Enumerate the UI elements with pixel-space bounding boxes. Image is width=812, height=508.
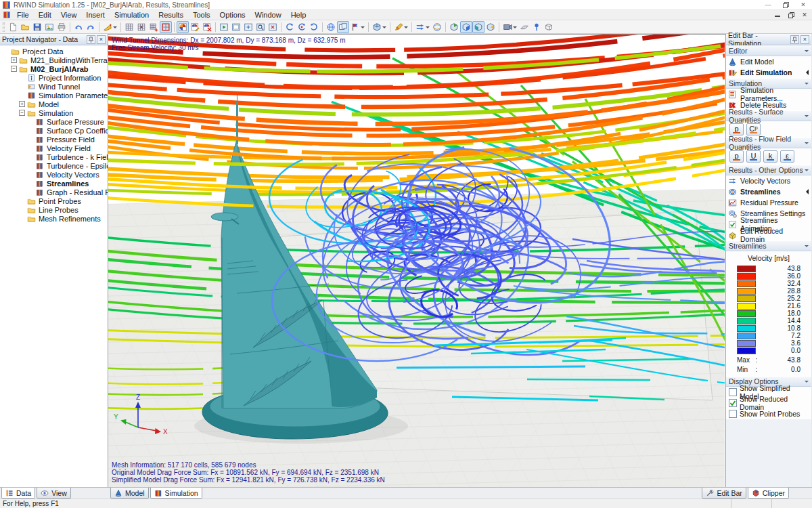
result-plane-button[interactable] xyxy=(518,21,531,33)
new-project-button[interactable] xyxy=(7,21,19,33)
pin-icon[interactable] xyxy=(790,35,799,44)
menu-file[interactable]: File xyxy=(12,10,34,20)
mesh-refinement-button[interactable] xyxy=(148,21,160,33)
tree-item-mesh-refinements[interactable]: Mesh Refinements xyxy=(1,214,108,223)
expander-minus-icon[interactable]: − xyxy=(11,66,17,72)
clip-x-button[interactable] xyxy=(448,21,460,33)
edit-bar-item-velocity-vectors[interactable]: Velocity Vectors xyxy=(726,175,811,186)
clip-z-button[interactable] xyxy=(472,21,484,33)
isometric-view-button[interactable] xyxy=(325,21,337,33)
menu-help[interactable]: Help xyxy=(286,10,311,20)
tree-item-project-information[interactable]: Project Information xyxy=(1,73,108,82)
tab-edit-bar[interactable]: Edit Bar xyxy=(702,488,746,499)
quantity-button-ε[interactable]: ε xyxy=(780,150,794,163)
clip-custom-button[interactable] xyxy=(484,21,497,33)
tree-item-streamlines[interactable]: Streamlines xyxy=(1,179,108,188)
close-icon[interactable]: × xyxy=(97,35,106,44)
menu-simulation[interactable]: Simulation xyxy=(110,10,154,20)
domain-box-button[interactable] xyxy=(543,21,555,33)
edit-model-button[interactable] xyxy=(102,21,118,33)
checkbox-unchecked[interactable] xyxy=(729,410,737,418)
section-header-results-flow-field-quantities[interactable]: Results - Flow Field Quantities xyxy=(726,137,811,148)
tree-item-simulation-parameters[interactable]: Simulation Parameters xyxy=(1,91,108,100)
tree-item-surface-pressure[interactable]: Surface Pressure xyxy=(1,117,108,126)
draw-annotation-button[interactable] xyxy=(392,21,409,33)
quantity-button-p[interactable]: p xyxy=(729,150,744,163)
tree-item-simulation[interactable]: −Simulation xyxy=(1,108,108,117)
expander-plus-icon[interactable]: + xyxy=(11,57,17,63)
tab-view[interactable]: View xyxy=(37,488,71,499)
menu-results[interactable]: Results xyxy=(154,10,188,20)
tab-simulation[interactable]: Simulation xyxy=(150,488,202,499)
quantity-button-k[interactable]: k xyxy=(763,150,777,163)
scene-3d-view[interactable]: ZXY xyxy=(108,35,725,487)
close-button[interactable]: ✕ xyxy=(794,0,812,9)
section-header-editor[interactable]: Editor xyxy=(726,45,811,56)
undo-button[interactable] xyxy=(72,21,85,33)
expander-minus-icon[interactable]: − xyxy=(19,110,25,116)
display-flags-button[interactable] xyxy=(349,21,366,33)
screenshot-button[interactable] xyxy=(43,21,55,33)
tree-item-turbulence-k-field[interactable]: Turbulence - k Field xyxy=(1,152,108,161)
wind-tunnel-button[interactable] xyxy=(177,21,189,33)
zoom-window-button[interactable] xyxy=(254,21,267,33)
tab-clipper[interactable]: Clipper xyxy=(748,488,789,499)
edit-bar-item-simulation-parameters-[interactable]: Simulation Parameters... xyxy=(726,89,811,100)
streamlines-toggle-button[interactable] xyxy=(431,21,443,33)
menu-edit[interactable]: Edit xyxy=(34,10,56,20)
expander-plus-icon[interactable]: + xyxy=(19,101,25,107)
print-button[interactable] xyxy=(55,21,68,33)
edit-bar-item-streamlines[interactable]: Streamlines xyxy=(726,186,811,197)
wind-tunnel-settings-button[interactable] xyxy=(201,21,213,33)
quantity-button-cp[interactable]: Cp xyxy=(746,123,761,135)
animation-button[interactable] xyxy=(501,21,518,33)
tab-data[interactable]: Data xyxy=(1,488,35,499)
checkbox-row-show-reduced-domain[interactable]: Show Reduced Domain xyxy=(726,398,811,408)
tree-item-wind-tunnel[interactable]: Wind Tunnel xyxy=(1,82,108,91)
tree-item-line-probes[interactable]: Line Probes xyxy=(1,205,108,214)
tree-item-pressure-field[interactable]: Pressure Field xyxy=(1,135,108,144)
checkbox-unchecked[interactable] xyxy=(729,388,737,396)
quantity-button-u[interactable]: U xyxy=(746,150,761,163)
edit-bar-item-residual-pressure[interactable]: Residual Pressure xyxy=(726,197,811,208)
tab-model[interactable]: Model xyxy=(110,488,149,499)
tree-item-m21-buildingwithterrain[interactable]: +M21_BuildingWithTerrain xyxy=(1,56,108,64)
close-icon[interactable]: × xyxy=(800,35,809,44)
tree-item-surface-cp-coefficient[interactable]: Surface Cp Coefficient xyxy=(1,126,108,135)
section-header-results-surface-quantities[interactable]: Results - Surface Quantities xyxy=(726,110,811,121)
edit-bar-item-edit-simulation[interactable]: Edit Simulation xyxy=(726,67,811,78)
open-project-button[interactable] xyxy=(19,21,31,33)
rotate-left-button[interactable] xyxy=(284,21,296,33)
section-header-results-other-options[interactable]: Results - Other Options xyxy=(726,165,811,175)
mesh-nodes-button[interactable] xyxy=(135,21,148,33)
wind-tunnel-edit-button[interactable] xyxy=(189,21,201,33)
pin-icon[interactable] xyxy=(87,35,95,44)
edit-bar-item-edit-model[interactable]: Edit Model xyxy=(726,56,811,67)
menu-options[interactable]: Options xyxy=(215,10,250,20)
menu-insert[interactable]: Insert xyxy=(81,10,110,20)
mesh-button[interactable] xyxy=(123,21,135,33)
mdi-close-button[interactable]: ✕ xyxy=(800,12,809,19)
render-mode-button[interactable] xyxy=(371,21,388,33)
save-project-button[interactable] xyxy=(31,21,43,33)
start-simulation-button[interactable] xyxy=(218,21,230,33)
toolbar-handle[interactable] xyxy=(3,22,5,32)
checkbox-checked[interactable] xyxy=(729,399,737,407)
tree-item-turbulence-epsilon-field[interactable]: Turbulence - Epsilon Field xyxy=(1,161,108,170)
mdi-restore-button[interactable] xyxy=(786,12,796,19)
tree-item-point-probes[interactable]: Point Probes xyxy=(1,196,108,205)
tree-item-graph-residual-pressure[interactable]: Graph - Residual Pressure xyxy=(1,188,108,196)
tree-item-project-data[interactable]: Project Data xyxy=(1,47,108,56)
rotate-free-button[interactable] xyxy=(296,21,308,33)
menu-view[interactable]: View xyxy=(56,10,82,20)
restore-button[interactable] xyxy=(777,0,794,9)
menu-window[interactable]: Window xyxy=(250,10,286,20)
rotate-right-button[interactable] xyxy=(308,21,320,33)
quantity-button-p[interactable]: p xyxy=(729,123,744,135)
fit-view-button[interactable] xyxy=(242,21,254,33)
menu-tools[interactable]: Tools xyxy=(188,10,215,20)
point-probe-button[interactable] xyxy=(531,21,543,33)
mesh-frame-button[interactable] xyxy=(160,21,172,33)
tree-item-model[interactable]: +Model xyxy=(1,100,108,108)
mdi-minimize-button[interactable] xyxy=(773,12,782,19)
